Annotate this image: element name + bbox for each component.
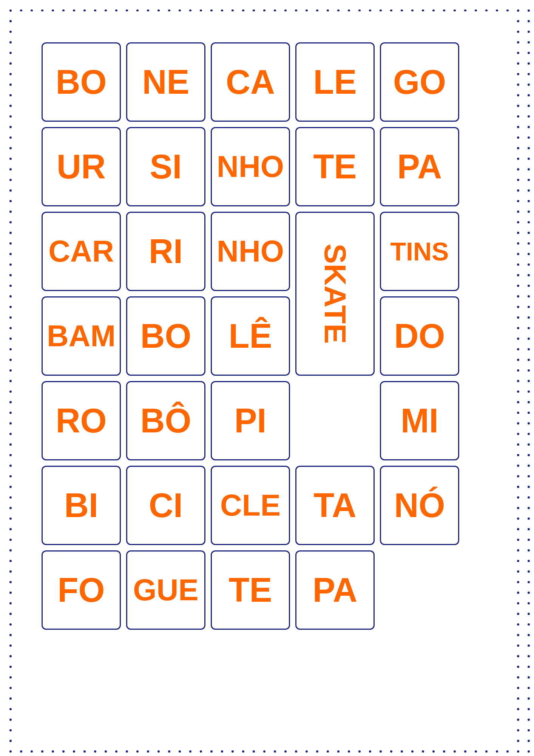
card-si: SI xyxy=(126,127,205,206)
card-nho: NHO xyxy=(211,212,290,291)
card-do: DO xyxy=(380,296,459,376)
card-te: TE xyxy=(211,550,290,630)
card-nho: NHO xyxy=(211,127,290,206)
text-bo: BO xyxy=(140,319,191,353)
text-le: LE xyxy=(313,65,357,99)
text-ta: TA xyxy=(313,488,356,522)
card-car: CAR xyxy=(42,212,121,291)
card-ta: TA xyxy=(295,466,375,545)
card-go: GO xyxy=(380,42,459,122)
text-ca: CA xyxy=(226,65,275,99)
text-l: LÊ xyxy=(228,319,272,353)
card-skate: SKATE xyxy=(295,212,375,376)
text-ne: NE xyxy=(142,65,189,99)
text-te: TE xyxy=(313,150,357,184)
text-pi: PI xyxy=(234,404,266,438)
text-te: TE xyxy=(228,573,272,607)
card-l: LÊ xyxy=(211,296,290,376)
text-bo: BO xyxy=(56,65,107,99)
text-go: GO xyxy=(393,65,446,99)
card-bi: BI xyxy=(42,466,121,545)
text-ur: UR xyxy=(57,150,106,184)
card-mi: MI xyxy=(380,381,459,460)
text-ro: RO xyxy=(56,404,107,438)
text-n: NÓ xyxy=(394,488,445,522)
card-te: TE xyxy=(295,127,375,206)
header xyxy=(38,26,496,31)
card-ne: NE xyxy=(126,42,205,122)
card-gue: GUE xyxy=(126,550,205,630)
card-bam: BAM xyxy=(42,296,121,376)
text-nho: NHO xyxy=(217,236,284,266)
text-cle: CLE xyxy=(220,490,281,521)
card-ro: RO xyxy=(42,381,121,460)
text-fo: FO xyxy=(58,573,105,607)
card-pa: PA xyxy=(380,127,459,206)
text-ci: CI xyxy=(149,488,183,522)
card-fo: FO xyxy=(42,550,121,630)
card-n: NÓ xyxy=(380,466,459,545)
card-bo: BO xyxy=(126,296,205,376)
text-pa: PA xyxy=(313,573,357,607)
text-mi: MI xyxy=(401,404,438,438)
card-cle: CLE xyxy=(211,466,290,545)
main-container: BONECALEGOURSINHOTEPACARRINHOSKATETINSBA… xyxy=(23,15,511,645)
card-le: LE xyxy=(295,42,375,122)
text-skate: SKATE xyxy=(318,243,352,344)
text-pa: PA xyxy=(397,150,442,184)
text-tins: TINS xyxy=(390,239,449,264)
text-nho: NHO xyxy=(217,152,284,182)
card-ca: CA xyxy=(211,42,290,122)
text-gue: GUE xyxy=(133,575,198,605)
text-ri: RI xyxy=(149,234,183,268)
syllab-grid: BONECALEGOURSINHOTEPACARRINHOSKATETINSBA… xyxy=(38,42,496,630)
card-pi: PI xyxy=(211,381,290,460)
card-ri: RI xyxy=(126,212,205,291)
text-car: CAR xyxy=(48,236,114,266)
card-pa: PA xyxy=(295,550,375,630)
card-b: BÔ xyxy=(126,381,205,460)
card-ur: UR xyxy=(42,127,121,206)
card-ci: CI xyxy=(126,466,205,545)
text-bam: BAM xyxy=(47,321,116,351)
text-si: SI xyxy=(150,150,182,184)
card-bo: BO xyxy=(42,42,121,122)
text-bi: BI xyxy=(64,488,98,522)
text-b: BÔ xyxy=(140,404,191,438)
card-tins: TINS xyxy=(380,212,459,291)
text-do: DO xyxy=(394,319,445,353)
